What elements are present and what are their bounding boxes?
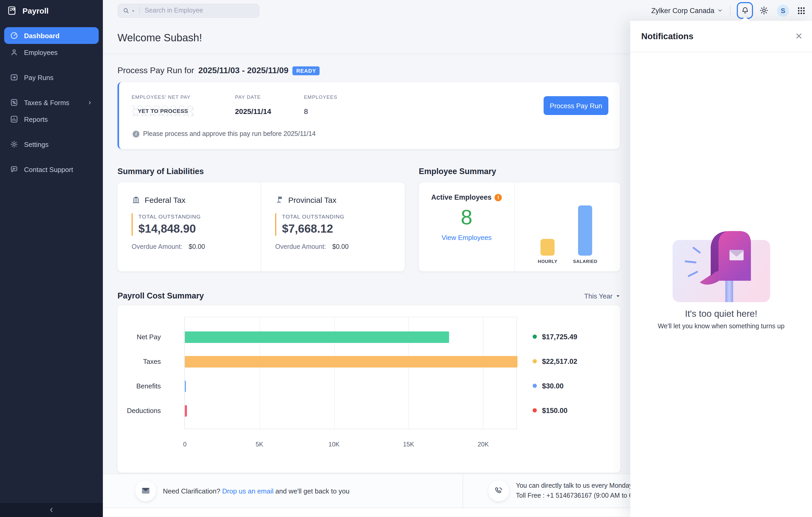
sidebar-item-label: Dashboard [24,32,60,39]
sidebar-item-label: Contact Support [24,165,73,173]
employees-count: 8 [304,107,337,115]
search-input[interactable] [145,7,239,14]
gridline [483,317,484,429]
phone-icon [494,486,503,495]
envelope-icon [141,486,150,495]
search-scope-caret-icon[interactable] [131,6,135,15]
period-value: This Year [584,292,612,300]
phone-support-text: You can directly talk to us every Monday… [516,481,640,501]
sidebar-item-dashboard[interactable]: Dashboard [4,27,99,44]
overdue-label: Overdue Amount: [132,243,182,250]
x-axis-tick: 20K [477,441,489,448]
sidebar-item-employees[interactable]: Employees [4,44,99,61]
provincial-overdue: Overdue Amount:$0.00 [275,243,405,250]
sidebar-nav: DashboardEmployeesPay RunsTaxes & FormsR… [0,21,103,178]
sidebar-item-label: Pay Runs [24,74,54,81]
sidebar-item-taxes-forms[interactable]: Taxes & Forms [4,94,99,111]
mini-bar-label: SALARIED [573,259,598,264]
app-root: Payroll DashboardEmployeesPay RunsTaxes … [0,0,812,517]
empty-state-title: It's too quiet here! [685,308,757,319]
x-axis-tick: 10K [328,441,340,448]
bank-icon [132,195,141,205]
pay-date-value: 2025/11/14 [235,107,271,115]
legend-row: $22,517.02 [533,349,577,374]
process-pay-run-button[interactable]: Process Pay Run [544,96,608,115]
notifications-panel: Notifications ✕ [630,21,812,517]
mailbox-illustration [672,230,770,302]
legend-dot [533,408,537,412]
email-support-cell: Need Clarification? Drop us an email and… [103,474,463,508]
payrun-columns: EMPLOYEES' NET PAY YET TO PROCESS PAY DA… [132,94,608,117]
bar-net-pay[interactable] [185,331,450,343]
sidebar-item-label: Settings [24,140,49,148]
federal-overdue-amount: $0.00 [189,243,205,250]
app-grid-button[interactable] [797,6,806,15]
payroll-cost-title: Payroll Cost Summary [117,291,204,301]
sidebar-item-contact-support[interactable]: Contact Support [4,161,99,178]
sidebar-item-label: Taxes & Forms [24,99,69,106]
active-employees-label: Active Employees [431,193,491,201]
legend-dot [533,359,537,363]
chevron-down-icon [718,8,723,13]
provincial-outstanding: TOTAL OUTSTANDING $7,668.12 [275,213,405,236]
mini-bar-label: HOURLY [538,259,557,264]
close-icon[interactable]: ✕ [795,32,803,41]
bar-deductions[interactable] [185,405,187,417]
federal-overdue: Overdue Amount:$0.00 [132,243,261,250]
topbar: Zylker Corp Canada S [103,0,812,21]
x-axis-tick: 5K [256,441,263,448]
sidebar-item-label: Reports [24,115,48,123]
payrun-title-prefix: Process Pay Run for [117,66,194,75]
payrun-note-text: Please process and approve this pay run … [143,130,316,137]
mini-bar-hourly[interactable] [541,239,555,255]
outstanding-label: TOTAL OUTSTANDING [138,213,261,220]
mini-bar-salaried[interactable] [578,206,592,255]
legend-value: $150.00 [542,406,568,414]
sidebar-item-settings[interactable]: Settings [4,136,99,153]
mini-bar-group-salaried: SALARIED [573,206,598,264]
search-icon[interactable] [123,6,135,15]
settings-button[interactable] [759,6,768,15]
legend-dot [533,334,537,339]
global-search[interactable] [117,3,260,18]
employees-icon [10,48,18,56]
chevron-left-icon [48,507,55,513]
gearnav-icon [10,140,18,148]
notifications-empty-state: It's too quiet here! We'll let you know … [630,52,812,330]
notifications-header: Notifications ✕ [630,21,812,52]
legend-dot [533,384,537,388]
liabilities-title: Summary of Liabilities [117,167,405,176]
topbar-right: Zylker Corp Canada S [651,2,806,19]
email-link[interactable]: Drop us an email [222,487,273,495]
active-employees-count: 8 [461,206,472,228]
caret-down-icon [616,294,620,298]
payrun-date-range: 2025/11/03 - 2025/11/09 [198,66,288,75]
period-selector[interactable]: This Year [584,292,620,300]
warning-icon[interactable]: ! [495,194,502,201]
employee-summary-card: Active Employees ! 8 View Employees HOUR… [419,183,620,271]
cost-category-label: Taxes [117,349,184,374]
cost-category-label: Deductions [117,398,184,423]
sidebar-item-label: Employees [24,48,58,56]
user-avatar[interactable]: S [776,3,790,18]
grid-dots-icon [797,6,806,15]
org-selector[interactable]: Zylker Corp Canada [651,6,723,15]
cost-category-label: Net Pay [117,324,184,349]
payrun-card: EMPLOYEES' NET PAY YET TO PROCESS PAY DA… [117,82,620,149]
sidebar-collapse-button[interactable] [0,503,103,517]
payroll-cost-card: Net PayTaxesBenefitsDeductions 05K10K15K… [117,305,620,472]
provincial-overdue-amount: $0.00 [332,243,349,250]
outstanding-label-2: TOTAL OUTSTANDING [282,213,405,220]
bar-taxes[interactable] [185,356,518,368]
sidebar-item-pay-runs[interactable]: Pay Runs [4,69,99,86]
mini-bar-group-hourly: HOURLY [538,239,557,264]
view-employees-link[interactable]: View Employees [441,234,492,242]
sidebar-item-reports[interactable]: Reports [4,111,99,128]
bar-benefits[interactable] [185,381,186,392]
cost-chart-legend: $17,725.49$22,517.02$30.00$150.00 [533,317,577,472]
email-support-text: Need Clarification? Drop us an email and… [163,487,350,495]
chat-icon [10,165,18,173]
notifications-title: Notifications [641,31,693,41]
search-divider [139,6,140,15]
app-title: Payroll [23,6,49,15]
